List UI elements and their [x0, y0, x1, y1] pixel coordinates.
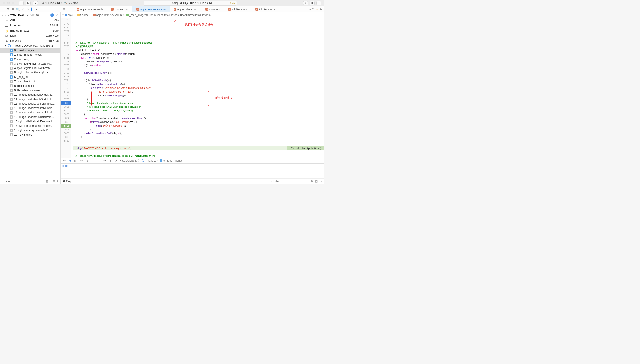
filter-opt4[interactable]: ⊞: [57, 180, 59, 183]
back-button[interactable]: ‹: [67, 8, 68, 11]
forward-button[interactable]: ›: [70, 8, 70, 11]
folder-icon[interactable]: ▭: [2, 8, 5, 11]
related-items-icon[interactable]: ⊞: [63, 8, 65, 11]
process-name[interactable]: KCObjcBuild: [8, 14, 25, 17]
stack-frame[interactable]: ▮13 ImageLoader::recursiveInitia…: [0, 106, 60, 110]
debug-crumb[interactable]: 0 _read_images: [163, 159, 182, 162]
trash-icon[interactable]: 🗑: [311, 180, 313, 183]
activity-status[interactable]: Running KCObjcBuild : KCObjcBuild ⚠ 35: [144, 1, 237, 6]
stack-frame[interactable]: ▮11 ImageLoaderMachO::doIniti…: [0, 97, 60, 102]
stack-frame[interactable]: ▮3 dyld::notifyBatchPartial(dyld…: [0, 62, 60, 66]
split-icon[interactable]: ◫: [315, 180, 318, 183]
stack-frame[interactable]: ▮14 ImageLoader::processInitiali…: [0, 110, 60, 115]
gauge-row[interactable]: ▬Memory7.6 MB: [0, 23, 60, 28]
filter-opt3[interactable]: ⊟: [53, 180, 55, 183]
toggle-inspector-button[interactable]: ◫: [316, 1, 321, 5]
view-debug-icon[interactable]: ◫: [97, 159, 101, 162]
test-icon[interactable]: ◇: [27, 8, 29, 11]
stack-frame[interactable]: ▮17 dyld::_main(macho_header…: [0, 124, 60, 128]
issue-icon[interactable]: ⚠: [22, 8, 25, 11]
adjust-icon[interactable]: ⇅: [312, 8, 314, 11]
stack-frame[interactable]: ▮15 ImageLoader::runInitializers…: [0, 115, 60, 119]
output-selector[interactable]: All Output ⌄: [62, 180, 77, 183]
step-over-icon[interactable]: ↷: [80, 159, 83, 162]
report-icon[interactable]: ☰: [39, 8, 42, 11]
gear-icon[interactable]: ⚙: [56, 14, 59, 17]
run-button[interactable]: ▶: [26, 1, 31, 5]
stack-frame[interactable]: ▮1 map_images_nolock: [0, 52, 60, 57]
hide-debug-icon[interactable]: ▭: [62, 159, 66, 162]
step-in-icon[interactable]: ↓: [86, 159, 89, 162]
navigator-selector[interactable]: ▭ ⊠ ⊡ 🔍 ⚠ ◇ ▍ ▸ ☰: [0, 8, 61, 11]
step-out-icon[interactable]: ↑: [91, 159, 95, 162]
continue-icon[interactable]: ▷|: [74, 159, 78, 162]
env-icon[interactable]: ⊗: [109, 159, 112, 162]
debug-icon[interactable]: ▍: [31, 8, 33, 11]
toggle-navigator-button[interactable]: ◫: [19, 1, 24, 5]
code-editor[interactable]: ↙ 提示了非懒加载类进去 断点没有进来 // Realize non-lazy …: [71, 18, 324, 158]
minimap-icon[interactable]: ≡: [309, 8, 311, 11]
zoom-dot[interactable]: [12, 2, 14, 4]
file-tab[interactable]: mobjc-runtime.mm: [170, 6, 201, 12]
min-dot[interactable]: [7, 2, 10, 4]
stack-frame[interactable]: ▮9 libSystem_initializer: [0, 88, 60, 92]
stack-frame[interactable]: ▮6 _objc_init: [0, 75, 60, 79]
gauge-row[interactable]: ⊕NetworkZero KB/s: [0, 38, 60, 43]
file-tab[interactable]: mXJLPerson.h: [224, 6, 251, 12]
console-output[interactable]: (lldb): [61, 164, 324, 178]
warning-icon[interactable]: ⚠: [316, 8, 318, 11]
stack-frame[interactable]: ▮12 ImageLoader::recursiveInitia…: [0, 102, 60, 106]
breakpoint-icon[interactable]: ▸: [36, 8, 37, 11]
thread-label[interactable]: Thread 1 Queue: co…hread (serial): [12, 44, 54, 47]
memory-graph-icon[interactable]: ⊶: [103, 159, 106, 162]
debug-navigator: ▼ ▪ KCObjcBuild PID 84465 i ⚙ ▤CPU0%▬Mem…: [0, 12, 61, 184]
stack-frame[interactable]: ▮18 dyldbootstrap::start(dyld3::…: [0, 128, 60, 132]
file-tab[interactable]: mobjc-runtime-new.mm: [132, 6, 170, 12]
scheme-target[interactable]: KCObjcBuild: [45, 2, 60, 5]
disclosure-icon[interactable]: ▼: [2, 14, 4, 16]
prev-icon[interactable]: ‹: [320, 14, 320, 17]
file-tab[interactable]: mmain.mm: [201, 6, 224, 12]
add-editor-icon[interactable]: ⊕: [320, 8, 322, 11]
stack-frame[interactable]: ▮4 dyld::registerObjCNotifiers(v…: [0, 66, 60, 70]
gauge-row[interactable]: ▤CPU0%: [0, 18, 60, 23]
x-icon[interactable]: ⊠: [7, 8, 9, 11]
search-icon[interactable]: 🔍: [16, 8, 20, 11]
breakpoints-icon[interactable]: ◆: [68, 159, 72, 162]
next-icon[interactable]: ›: [321, 14, 322, 17]
debug-crumb[interactable]: Thread 1: [145, 159, 155, 162]
split-icon2[interactable]: ▭: [319, 180, 322, 183]
console-filter-input[interactable]: [273, 180, 309, 183]
breakpoint-badge[interactable]: ≡ Thread 1: breakpoint 8.1 (1): [287, 146, 324, 150]
code-review-button[interactable]: ⇄: [310, 1, 315, 5]
stack-frame[interactable]: ▮0 _read_images: [0, 48, 60, 52]
location-icon[interactable]: ➤: [114, 159, 118, 162]
stack-frame[interactable]: ▮7 _os_object_init: [0, 79, 60, 84]
symbol-icon[interactable]: ⊡: [11, 8, 14, 11]
disclosure-icon[interactable]: ▼: [5, 44, 7, 47]
file-tab[interactable]: mobjc-os.mm: [107, 6, 132, 12]
jump-bar[interactable]: ⊞ objc 〉 Source 〉 objc-runtime-new.mm 〉 …: [61, 12, 324, 18]
close-dot[interactable]: [3, 2, 5, 4]
debug-crumb[interactable]: KCObjcBuild: [122, 159, 137, 162]
gauge-row[interactable]: ⚡Energy ImpactZero: [0, 28, 60, 33]
stop-button[interactable]: ■: [33, 1, 38, 5]
add-button[interactable]: +: [303, 1, 308, 5]
file-tab[interactable]: mXJLPerson.m: [251, 6, 279, 12]
scheme-device[interactable]: My Mac: [68, 2, 78, 5]
window-controls[interactable]: [0, 2, 17, 4]
stack-frame[interactable]: ▮10 ImageLoaderMachO::doMo…: [0, 92, 60, 97]
filter-input[interactable]: [5, 180, 44, 183]
filter-opt2[interactable]: ☰: [49, 180, 52, 183]
filter-opt1[interactable]: ◧: [45, 180, 48, 183]
file-tab[interactable]: mobjc-runtime-new.h: [73, 6, 107, 12]
stack-frame[interactable]: ▮19 _dyld_start: [0, 132, 60, 137]
gutter[interactable]: 3778377937803781378237833784378537863787…: [61, 18, 71, 158]
gauge-row[interactable]: ⛁DiskZero KB/s: [0, 33, 60, 38]
info-icon[interactable]: i: [51, 13, 54, 17]
warning-badge[interactable]: ⚠ 35: [229, 2, 235, 4]
stack-frame[interactable]: ▮5 _dyld_objc_notify_register: [0, 70, 60, 75]
stack-frame[interactable]: ▮16 dyld::initializeMainExecutabl…: [0, 119, 60, 124]
stack-frame[interactable]: ▮8 libdispatch_init: [0, 84, 60, 88]
stack-frame[interactable]: ▮2 map_images: [0, 57, 60, 62]
